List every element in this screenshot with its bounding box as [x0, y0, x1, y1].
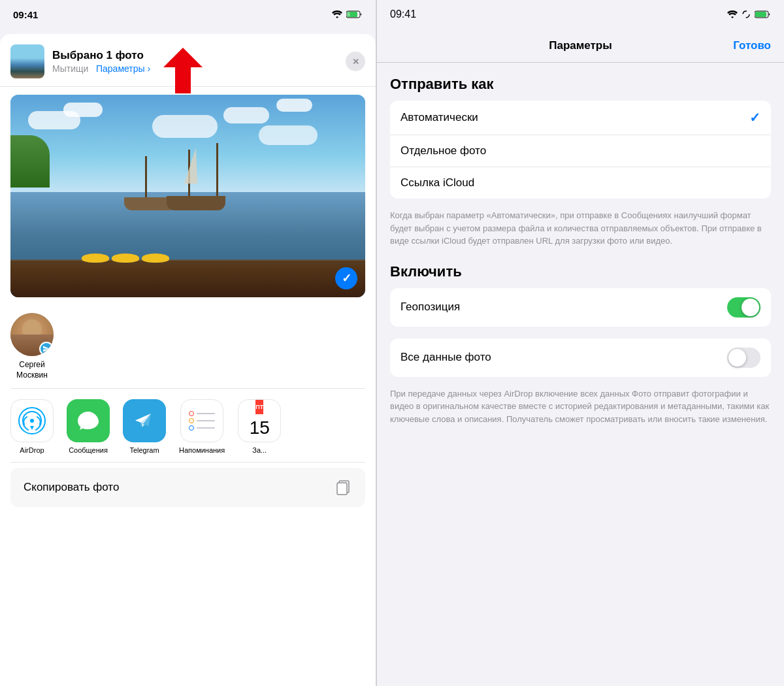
airdrop-label: AirDrop — [20, 446, 44, 454]
geo-toggle[interactable] — [727, 297, 760, 318]
svg-point-9 — [743, 11, 749, 18]
messages-label: Сообщения — [69, 446, 108, 454]
share-title: Выбрано 1 фото — [52, 49, 346, 62]
all-data-group: Все данные фото — [390, 338, 771, 377]
reminders-label: Напоминания — [179, 446, 225, 454]
svg-rect-2 — [348, 12, 350, 16]
settings-content: Отправить как Автоматически ✓ Отдельное … — [377, 63, 784, 686]
pier — [10, 261, 365, 297]
photo-preview: ✓ — [10, 95, 365, 297]
svg-rect-11 — [755, 12, 766, 17]
airdrop-icon — [18, 406, 46, 435]
kayak2 — [112, 253, 139, 263]
messages-icon — [75, 408, 101, 434]
app-item-messages[interactable]: Сообщения — [67, 399, 110, 454]
chevron-icon: › — [148, 63, 151, 74]
cloud3 — [152, 115, 218, 138]
geo-label: Геопозиция — [400, 301, 727, 314]
include-group: Геопозиция — [390, 288, 771, 327]
telegram-icon — [132, 408, 157, 433]
kayak3 — [142, 253, 169, 263]
cloud4 — [223, 107, 269, 123]
close-button[interactable] — [346, 52, 365, 71]
telegram-icon-container — [123, 399, 166, 442]
cloud6 — [276, 99, 312, 112]
nav-header: Параметры Готово — [377, 29, 784, 63]
share-subtitle: Мытищи Параметры › — [52, 63, 346, 74]
status-icons-right — [727, 10, 771, 19]
wifi-icon — [332, 10, 342, 18]
calendar-icon-container: ПТ 15 — [238, 399, 281, 442]
app-item-telegram[interactable]: Telegram — [123, 399, 166, 454]
copy-photo-button[interactable]: Скопировать фото — [10, 468, 365, 507]
messages-icon-container — [67, 399, 110, 442]
done-button[interactable]: Готово — [733, 39, 771, 52]
battery-icon-left — [346, 10, 363, 18]
option-auto-label: Автоматически — [400, 111, 749, 124]
app-item-airdrop[interactable]: AirDrop — [10, 399, 54, 454]
boat-hull2 — [167, 196, 225, 210]
send-as-description: Когда выбран параметр «Автоматически», п… — [377, 204, 784, 258]
status-bar-right: 09:41 — [377, 0, 784, 29]
railing2 — [10, 259, 365, 265]
kayak1 — [82, 253, 109, 263]
calendar-label: За... — [252, 446, 267, 454]
share-location: Мытищи — [52, 63, 88, 74]
cloud5 — [259, 125, 318, 145]
contact-item-sergey[interactable]: Сергей Москвин — [10, 313, 54, 380]
params-link[interactable]: Параметры — [96, 63, 145, 74]
option-auto[interactable]: Автоматически ✓ — [390, 101, 771, 135]
contact-name: Сергей Москвин — [16, 360, 48, 380]
wifi-icon-right — [727, 10, 738, 18]
option-single[interactable]: Отдельное фото — [390, 135, 771, 167]
battery-icon-right — [755, 10, 771, 18]
sail1 — [184, 148, 197, 184]
telegram-badge-icon — [39, 342, 54, 356]
include-title: Включить — [377, 258, 784, 288]
share-title-area: Выбрано 1 фото Мытищи Параметры › — [52, 49, 346, 74]
selected-badge: ✓ — [335, 267, 357, 289]
svg-rect-8 — [337, 483, 347, 495]
option-icloud[interactable]: Ссылка iCloud — [390, 167, 771, 199]
send-as-title: Отправить как — [377, 76, 784, 101]
telegram-label: Telegram — [129, 446, 159, 454]
status-bar-left: 09:41 — [0, 0, 376, 29]
time-right: 09:41 — [390, 8, 416, 20]
contact-avatar — [10, 313, 54, 356]
option-icloud-label: Ссылка iCloud — [400, 176, 760, 189]
toggle-knob-geo — [742, 299, 759, 316]
kayaks — [82, 253, 169, 263]
send-as-group: Автоматически ✓ Отдельное фото Ссылка iC… — [390, 101, 771, 199]
all-data-toggle[interactable] — [727, 348, 760, 368]
time-left: 09:41 — [13, 9, 38, 20]
option-single-label: Отдельное фото — [400, 144, 760, 157]
reminders-icon-container — [180, 399, 223, 442]
all-data-description: При передаче данных через AirDrop включе… — [377, 382, 784, 436]
copy-icon — [334, 478, 352, 497]
calendar-header: ПТ — [255, 400, 263, 414]
app-item-calendar[interactable]: ПТ 15 За... — [238, 399, 281, 454]
left-panel: 09:41 Выбрано 1 фото М — [0, 0, 376, 686]
calendar-body: 15 — [250, 414, 270, 442]
share-header: Выбрано 1 фото Мытищи Параметры › — [0, 34, 376, 87]
photo-scene: ✓ — [10, 95, 365, 297]
trees — [10, 135, 50, 188]
status-icons-left — [332, 10, 363, 18]
share-sheet: Выбрано 1 фото Мытищи Параметры › — [0, 34, 376, 686]
activity-icon — [742, 10, 751, 19]
right-panel: 09:41 Параметры Готово Отправить как — [377, 0, 784, 686]
reminders-icon — [189, 411, 215, 431]
cloud2 — [63, 103, 103, 117]
geo-row: Геопозиция — [390, 288, 771, 327]
share-thumbnail — [10, 44, 44, 78]
copy-photo-label: Скопировать фото — [24, 481, 119, 494]
spacer1 — [377, 332, 784, 338]
airdrop-icon-container — [10, 399, 54, 442]
all-data-label: Все данные фото — [400, 351, 727, 364]
contacts-row: Сергей Москвин — [0, 305, 376, 388]
toggle-knob-alldata — [728, 349, 746, 367]
divider2 — [10, 462, 365, 463]
checkmark-auto: ✓ — [749, 110, 760, 125]
app-item-reminders[interactable]: Напоминания — [179, 399, 225, 454]
nav-title: Параметры — [549, 39, 612, 52]
